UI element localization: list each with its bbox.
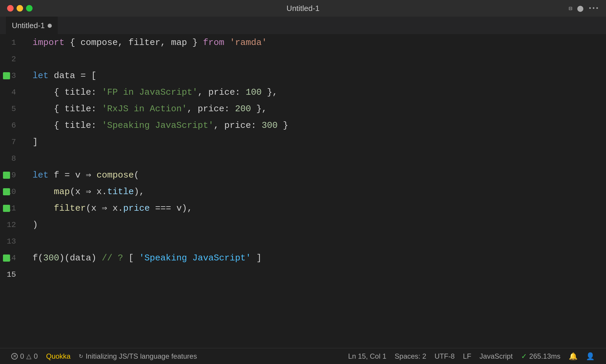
breakpoint-slot[interactable] bbox=[0, 217, 13, 233]
split-editor-icon[interactable]: ⊟ bbox=[569, 5, 572, 12]
quokka-status[interactable]: Quokka bbox=[42, 348, 75, 364]
code-line: import { compose, filter, map } from 'ra… bbox=[33, 34, 606, 51]
breakpoint-slot[interactable] bbox=[0, 117, 13, 134]
error-icon: ✕ bbox=[11, 353, 18, 360]
breakpoints-column bbox=[0, 34, 13, 283]
notification-icon: 🔔 bbox=[569, 352, 578, 360]
code-line: ] bbox=[33, 134, 606, 150]
code-line: { title: 'RxJS in Action', price: 200 }, bbox=[33, 101, 606, 117]
sync-icon: ↻ bbox=[79, 353, 83, 360]
timing: ✓ 265.13ms bbox=[517, 348, 565, 364]
tab-unsaved-dot bbox=[48, 24, 52, 28]
check-icon: ✓ bbox=[521, 352, 527, 360]
language-mode[interactable]: JavaScript bbox=[476, 348, 517, 364]
editor: 123456789101112131415 import { compose, … bbox=[0, 34, 606, 348]
maximize-button[interactable] bbox=[26, 5, 33, 12]
tab-bar: Untitled-1 bbox=[0, 17, 606, 34]
breakpoint-indicator bbox=[3, 255, 10, 262]
timing-text: 265.13ms bbox=[529, 352, 560, 360]
breakpoint-slot[interactable] bbox=[0, 200, 13, 217]
line-ending-text: LF bbox=[463, 352, 471, 360]
cursor-position[interactable]: Ln 15, Col 1 bbox=[344, 348, 390, 364]
scrollbar[interactable] bbox=[602, 34, 606, 348]
breakpoint-slot[interactable] bbox=[0, 167, 13, 183]
feedback-icon: 👤 bbox=[586, 352, 595, 360]
line-numbers: 123456789101112131415 bbox=[0, 34, 27, 348]
code-line: map(x ⇒ x.title), bbox=[33, 183, 606, 200]
tab-label: Untitled-1 bbox=[12, 21, 45, 30]
code-line: { title: 'FP in JavaScript', price: 100 … bbox=[33, 84, 606, 101]
breakpoint-indicator bbox=[3, 205, 10, 212]
breakpoint-slot[interactable] bbox=[0, 84, 13, 101]
code-line: { title: 'Speaking JavaScript', price: 3… bbox=[33, 117, 606, 134]
spaces-text: Spaces: 2 bbox=[395, 352, 426, 360]
minimize-button[interactable] bbox=[17, 5, 23, 12]
code-line: f(300)(data) // ? [ 'Speaking JavaScript… bbox=[33, 250, 606, 266]
breakpoint-slot[interactable] bbox=[0, 101, 13, 117]
breakpoint-slot[interactable] bbox=[0, 266, 13, 283]
breakpoint-indicator bbox=[3, 72, 10, 79]
code-area[interactable]: import { compose, filter, map } from 'ra… bbox=[27, 34, 606, 348]
feedback[interactable]: 👤 bbox=[582, 348, 599, 364]
notifications[interactable]: 🔔 bbox=[565, 348, 582, 364]
warning-icon: △ bbox=[26, 352, 31, 360]
quokka-label: Quokka bbox=[46, 352, 71, 360]
error-count[interactable]: ✕ 0 △ 0 bbox=[7, 348, 42, 364]
code-line bbox=[33, 266, 606, 283]
code-line bbox=[33, 150, 606, 167]
encoding-text: UTF-8 bbox=[435, 352, 455, 360]
window-title: Untitled-1 bbox=[286, 4, 319, 13]
breakpoint-slot[interactable] bbox=[0, 150, 13, 167]
status-bar: ✕ 0 △ 0 Quokka ↻ Initializing JS/TS lang… bbox=[0, 348, 606, 364]
titlebar-actions: ⊟ ⬤ ••• bbox=[569, 5, 599, 12]
indentation[interactable]: Spaces: 2 bbox=[391, 348, 431, 364]
code-line bbox=[33, 51, 606, 67]
breakpoint-slot[interactable] bbox=[0, 34, 13, 51]
close-button[interactable] bbox=[7, 5, 14, 12]
code-line: ) bbox=[33, 217, 606, 233]
language-text: JavaScript bbox=[480, 352, 513, 360]
warning-num: 0 bbox=[34, 352, 38, 360]
error-num: 0 bbox=[20, 352, 24, 360]
breakpoint-slot[interactable] bbox=[0, 67, 13, 84]
code-line: filter(x ⇒ x.price === v), bbox=[33, 200, 606, 217]
code-line: let f = v ⇒ compose( bbox=[33, 167, 606, 183]
more-actions-icon[interactable]: ••• bbox=[588, 5, 599, 12]
breakpoint-slot[interactable] bbox=[0, 183, 13, 200]
breakpoint-slot[interactable] bbox=[0, 233, 13, 250]
code-line bbox=[33, 233, 606, 250]
breakpoint-slot[interactable] bbox=[0, 51, 13, 67]
breakpoint-slot[interactable] bbox=[0, 250, 13, 266]
breakpoint-slot[interactable] bbox=[0, 134, 13, 150]
code-line: let data = [ bbox=[33, 67, 606, 84]
breakpoint-indicator bbox=[3, 188, 10, 195]
tab-untitled-1[interactable]: Untitled-1 bbox=[6, 17, 58, 34]
encoding[interactable]: UTF-8 bbox=[431, 348, 459, 364]
breakpoint-indicator bbox=[3, 172, 10, 179]
language-server-status[interactable]: ↻ Initializing JS/TS language features bbox=[75, 348, 201, 364]
circle-icon[interactable]: ⬤ bbox=[577, 5, 584, 12]
position-text: Ln 15, Col 1 bbox=[348, 352, 386, 360]
window-controls bbox=[7, 5, 33, 12]
titlebar: Untitled-1 ⊟ ⬤ ••• bbox=[0, 0, 606, 17]
status-text: Initializing JS/TS language features bbox=[86, 352, 197, 360]
line-ending[interactable]: LF bbox=[459, 348, 476, 364]
